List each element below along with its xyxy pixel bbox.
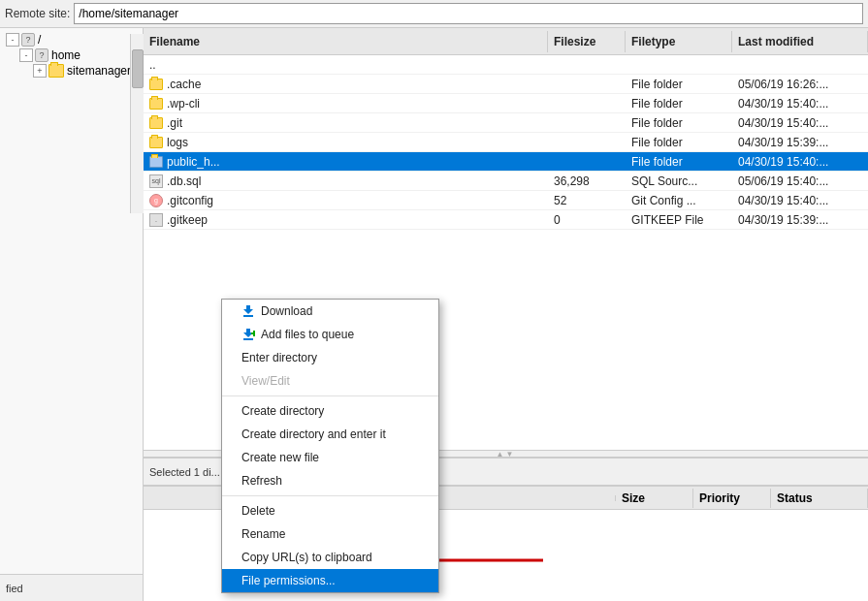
file-modified-parent [732, 63, 868, 67]
right-status-text: Selected 1 di... [149, 466, 220, 478]
tree-label-home: home [51, 48, 80, 62]
context-view-edit: View/Edit [222, 369, 438, 393]
file-modified-dbsql: 05/06/19 15:40:... [732, 173, 868, 190]
file-type-dbsql: SQL Sourc... [626, 173, 732, 190]
context-refresh[interactable]: Refresh [222, 469, 438, 492]
context-rename[interactable]: Rename [222, 522, 438, 546]
context-create-directory-label: Create directory [241, 404, 324, 418]
filename-logs: logs [167, 136, 188, 149]
context-create-directory[interactable]: Create directory [222, 399, 438, 423]
file-name-git: .git [144, 114, 548, 132]
file-row-gitkeep[interactable]: . .gitkeep 0 GITKEEP File 04/30/19 15:39… [144, 210, 868, 230]
remote-site-bar: Remote site: [0, 0, 868, 28]
context-menu: Download Add files to queue Enter direct… [221, 299, 439, 593]
question-icon-root: ? [21, 33, 35, 47]
svg-rect-5 [251, 332, 255, 334]
context-create-file[interactable]: Create new file [222, 446, 438, 469]
context-rename-label: Rename [241, 527, 285, 541]
svg-rect-1 [243, 315, 253, 317]
svg-marker-0 [243, 305, 253, 314]
context-enter-directory-label: Enter directory [241, 351, 317, 364]
file-modified-git: 04/30/19 15:40:... [732, 114, 868, 132]
context-create-file-label: Create new file [241, 451, 319, 464]
col-filetype[interactable]: Filetype [626, 31, 732, 52]
bottom-col-priority: Priority [693, 489, 771, 508]
sql-icon: sql [149, 174, 163, 188]
file-size-dbsql: 36,298 [548, 173, 626, 190]
tree-item-home[interactable]: - ? home [17, 47, 139, 63]
left-panel: - ? / - ? home + sitemanager [0, 28, 144, 601]
context-create-dir-enter-label: Create directory and enter it [241, 427, 386, 441]
file-type-wpcli: File folder [626, 95, 732, 112]
filename-cache: .cache [167, 78, 201, 91]
context-download[interactable]: Download [222, 300, 438, 323]
context-copy-url[interactable]: Copy URL(s) to clipboard [222, 546, 438, 569]
file-row-cache[interactable]: .cache File folder 05/06/19 16:26:... [144, 75, 868, 94]
context-sep-1 [222, 395, 438, 396]
filename-gitkeep: .gitkeep [167, 213, 208, 227]
svg-rect-3 [243, 338, 253, 340]
file-modified-cache: 05/06/19 16:26:... [732, 76, 868, 93]
context-create-dir-enter[interactable]: Create directory and enter it [222, 423, 438, 446]
context-add-files[interactable]: Add files to queue [222, 323, 438, 346]
file-row-logs[interactable]: logs File folder 04/30/19 15:39:... [144, 133, 868, 152]
folder-icon-cache [149, 79, 163, 90]
file-list-header: Filename Filesize Filetype Last modified [144, 28, 868, 55]
file-size-gitconfig: 52 [548, 192, 626, 209]
tree-expand-root[interactable]: - [6, 33, 19, 47]
context-delete[interactable]: Delete [222, 499, 438, 522]
tree-expand-sitemanager[interactable]: + [33, 64, 47, 78]
folder-icon-git [149, 117, 163, 129]
context-sep-2 [222, 495, 438, 496]
file-tree[interactable]: - ? / - ? home + sitemanager [0, 28, 143, 574]
context-file-permissions[interactable]: File permissions... [222, 569, 438, 592]
git-icon: g [149, 194, 163, 207]
file-type-parent [626, 63, 732, 67]
keep-icon: . [149, 213, 163, 227]
file-name-cache: .cache [144, 76, 548, 93]
tree-item-root[interactable]: - ? / [4, 32, 139, 47]
file-modified-wpcli: 04/30/19 15:40:... [732, 95, 868, 112]
left-scrollbar-thumb[interactable] [132, 49, 144, 88]
file-row-git[interactable]: .git File folder 04/30/19 15:40:... [144, 113, 868, 133]
left-status: fied [0, 574, 143, 601]
file-type-logs: File folder [626, 134, 732, 151]
file-type-publich: File folder [626, 153, 732, 171]
file-name-gitkeep: . .gitkeep [144, 211, 548, 229]
file-size-logs [548, 141, 626, 144]
file-row-gitconfig[interactable]: g .gitconfig 52 Git Config ... 04/30/19 … [144, 191, 868, 210]
filename-wpcli: .wp-cli [167, 97, 200, 111]
filename-gitconfig: .gitconfig [167, 194, 213, 207]
file-size-cache [548, 82, 626, 86]
remote-site-input[interactable] [74, 3, 863, 24]
left-scrollbar[interactable] [130, 34, 144, 213]
file-name-publich: public_h... [144, 153, 548, 171]
file-row-publich[interactable]: public_h... File folder 04/30/19 15:40:.… [144, 152, 868, 172]
context-view-edit-label: View/Edit [241, 374, 290, 388]
file-row-dbsql[interactable]: sql .db.sql 36,298 SQL Sourc... 05/06/19… [144, 172, 868, 191]
file-row-wpcli[interactable]: .wp-cli File folder 04/30/19 15:40:... [144, 94, 868, 113]
tree-expand-home[interactable]: - [19, 48, 33, 62]
file-size-parent [548, 63, 626, 67]
parent-icon: .. [149, 58, 156, 72]
bottom-col-status: Status [771, 489, 868, 508]
remote-site-label: Remote site: [5, 7, 70, 20]
tree-item-sitemanager[interactable]: + sitemanager [31, 63, 139, 79]
col-filename[interactable]: Filename [144, 31, 548, 52]
question-icon-home: ? [35, 48, 48, 62]
file-modified-logs: 04/30/19 15:39:... [732, 134, 868, 151]
add-files-icon [241, 328, 255, 341]
file-name-wpcli: .wp-cli [144, 95, 548, 112]
folder-icon-publich [149, 156, 163, 168]
col-filesize[interactable]: Filesize [548, 31, 626, 52]
file-size-gitkeep: 0 [548, 211, 626, 229]
context-enter-directory[interactable]: Enter directory [222, 346, 438, 369]
folder-icon-sitemanager [48, 64, 64, 78]
filename-publich: public_h... [167, 155, 220, 169]
file-size-git [548, 121, 626, 125]
file-type-gitkeep: GITKEEP File [626, 211, 732, 229]
file-name-dbsql: sql .db.sql [144, 173, 548, 190]
file-modified-gitconfig: 04/30/19 15:40:... [732, 192, 868, 209]
col-lastmodified[interactable]: Last modified [732, 31, 868, 52]
file-row-parent[interactable]: .. [144, 55, 868, 75]
